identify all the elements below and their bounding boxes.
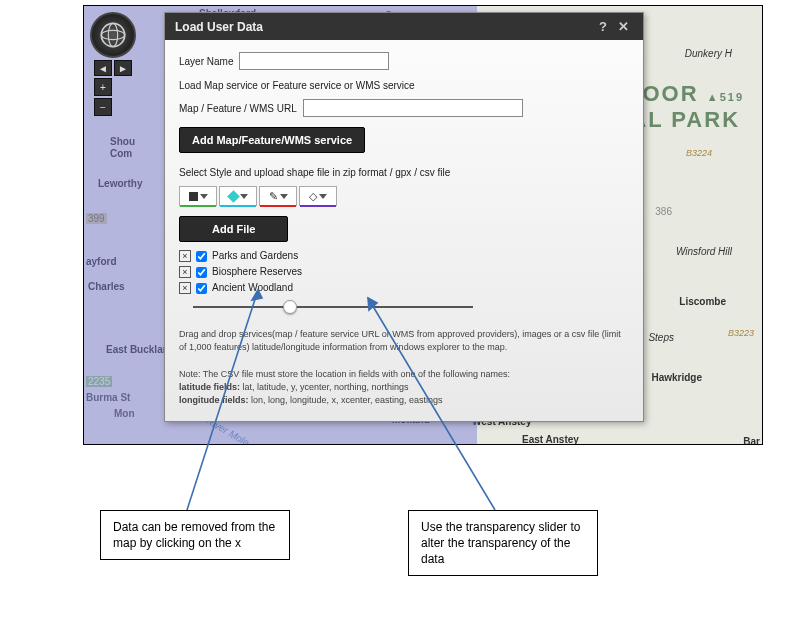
road-label: B3223	[728, 328, 754, 338]
close-button[interactable]: ✕	[613, 19, 633, 34]
svg-point-2	[108, 23, 117, 46]
map-next-extent-button[interactable]: ►	[114, 60, 132, 76]
add-service-button[interactable]: Add Map/Feature/WMS service	[179, 127, 365, 153]
style-erase-swatch[interactable]: ◇	[299, 186, 337, 206]
road-label: B3224	[686, 148, 712, 158]
dialog-titlebar[interactable]: Load User Data ? ✕	[165, 13, 643, 40]
place-label: Dunkery H	[685, 48, 732, 59]
svg-point-0	[101, 23, 124, 46]
layer-label: Biosphere Reserves	[212, 264, 302, 280]
load-user-data-dialog: Load User Data ? ✕ Layer Name Load Map s…	[164, 12, 644, 422]
style-helper-text: Select Style and upload shape file in zi…	[179, 167, 629, 178]
eraser-icon: ◇	[309, 190, 317, 203]
layer-name-input[interactable]	[239, 52, 389, 70]
zoom-in-button[interactable]: +	[94, 78, 112, 96]
slider-thumb[interactable]	[283, 300, 297, 314]
style-fill-swatch[interactable]	[179, 186, 217, 206]
transparency-slider[interactable]	[193, 300, 473, 314]
dialog-title: Load User Data	[175, 20, 263, 34]
slider-track	[193, 306, 473, 308]
style-picker: ✎ ◇	[179, 186, 629, 206]
spot-height: 386	[655, 206, 672, 217]
compass-control[interactable]	[90, 12, 136, 58]
drag-drop-note: Drag and drop services(map / feature ser…	[179, 328, 629, 354]
place-label: Winsford Hill	[676, 246, 732, 257]
layer-visibility-checkbox[interactable]	[196, 251, 207, 262]
service-helper-text: Load Map service or Feature service or W…	[179, 80, 629, 91]
layer-list: × Parks and Gardens × Biosphere Reserves…	[179, 248, 629, 296]
place-label: Hawkridge	[651, 372, 702, 383]
add-file-button[interactable]: Add File	[179, 216, 288, 242]
layer-item: × Ancient Woodland	[179, 280, 629, 296]
remove-layer-button[interactable]: ×	[179, 250, 191, 262]
map-prev-extent-button[interactable]: ◄	[94, 60, 112, 76]
place-label: Bar	[743, 436, 760, 445]
globe-icon	[99, 21, 127, 49]
layer-item: × Biosphere Reserves	[179, 264, 629, 280]
place-label: Liscombe	[679, 296, 726, 307]
style-point-swatch[interactable]	[219, 186, 257, 206]
layer-label: Ancient Woodland	[212, 280, 293, 296]
service-url-input[interactable]	[303, 99, 523, 117]
help-button[interactable]: ?	[593, 19, 613, 34]
callout-remove: Data can be removed from the map by clic…	[100, 510, 290, 560]
layer-label: Parks and Gardens	[212, 248, 298, 264]
layer-name-label: Layer Name	[179, 56, 233, 67]
remove-layer-button[interactable]: ×	[179, 282, 191, 294]
zoom-out-button[interactable]: −	[94, 98, 112, 116]
csv-note: Note: The CSV file must store the locati…	[179, 368, 629, 407]
callout-slider: Use the transparency slider to alter the…	[408, 510, 598, 576]
layer-item: × Parks and Gardens	[179, 248, 629, 264]
layer-visibility-checkbox[interactable]	[196, 267, 207, 278]
service-url-label: Map / Feature / WMS URL	[179, 103, 297, 114]
remove-layer-button[interactable]: ×	[179, 266, 191, 278]
place-label: East Anstey	[522, 434, 579, 445]
map-viewport[interactable]: MOOR ▲519 IAL PARK Common Shallowford Du…	[83, 5, 763, 445]
place-label: Steps	[648, 332, 674, 343]
pencil-icon: ✎	[269, 190, 278, 203]
svg-point-1	[101, 30, 124, 39]
layer-visibility-checkbox[interactable]	[196, 283, 207, 294]
style-draw-swatch[interactable]: ✎	[259, 186, 297, 206]
